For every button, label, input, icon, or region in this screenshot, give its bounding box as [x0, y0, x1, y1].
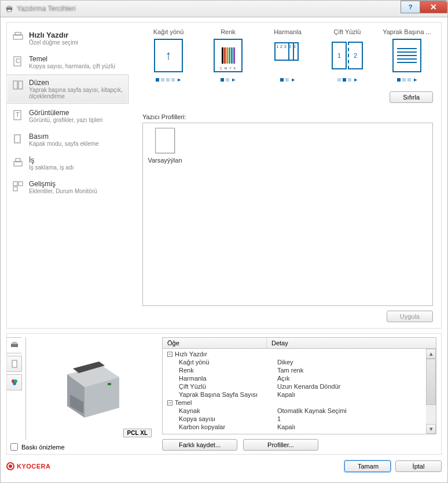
apply-button[interactable]: Uygula	[387, 311, 433, 322]
summary-row: Kağıt yönüDikey	[163, 358, 436, 366]
reset-button[interactable]: Sıfırla	[390, 91, 433, 103]
advanced-icon	[12, 180, 24, 193]
brand-logo: KYOCERA	[6, 462, 51, 470]
svg-rect-16	[19, 182, 23, 186]
svg-rect-8	[19, 81, 23, 89]
svg-rect-7	[13, 81, 17, 89]
printer-small-icon	[10, 341, 19, 349]
tab-job[interactable]: İşİş saklama, iş adı	[7, 152, 128, 175]
tab-layout[interactable]: DüzenYaprak başına sayfa sayısı, kitapçı…	[7, 75, 128, 104]
brand-icon	[6, 462, 14, 470]
printer-3d-icon	[50, 351, 131, 426]
tab-sublabel: Özel düğme seçimi	[29, 39, 78, 46]
nup-icon	[392, 39, 421, 72]
basic-icon: C	[12, 55, 24, 68]
footer: KYOCERA Tamam İptal	[6, 460, 442, 472]
quick-color[interactable]: Renk C M Y K ▸	[202, 28, 254, 83]
duplex-icon: 1 2	[330, 39, 365, 72]
summary-header: Öğe Detay	[162, 337, 436, 349]
svg-rect-12	[15, 135, 20, 142]
print-preview-label: Baskı önizleme	[21, 444, 65, 451]
main-panel: Hızlı YazdırÖzel düğme seçimi C TemelKop…	[6, 22, 442, 329]
profiles-button[interactable]: Profiller...	[243, 439, 318, 451]
tab-basic[interactable]: C TemelKopya sayısı, harmanla, çift yüzl…	[7, 51, 128, 73]
sidebar: Hızlı YazdırÖzel düğme seçimi C TemelKop…	[7, 23, 128, 328]
scrollbar[interactable]: ▴ ▾	[426, 349, 436, 434]
svg-rect-29	[108, 383, 111, 385]
svg-point-23	[13, 382, 16, 385]
printer-icon	[5, 5, 13, 13]
svg-rect-20	[12, 360, 17, 367]
imaging-icon: T	[12, 109, 24, 121]
summary-row: KaynakOtomatik Kaynak Seçimi	[163, 407, 436, 415]
lower-panel: PCL XL Baskı önizleme Öğe Detay −Hızlı Y…	[6, 333, 442, 455]
summary-col-item: Öğe	[163, 338, 267, 348]
summary-row: Kopya sayısı1	[163, 415, 436, 423]
job-icon	[12, 156, 24, 169]
summary-col-detail: Detay	[267, 338, 293, 348]
svg-rect-1	[8, 6, 12, 8]
quick-print-panel: Kağıt yönü ↑ ▸ Renk C M Y K ▸ Harmanla 1…	[128, 23, 441, 328]
svg-rect-19	[12, 342, 17, 344]
quick-nup[interactable]: Yaprak Başına ... ▸	[381, 28, 433, 83]
color-icon: C M Y K	[214, 39, 243, 72]
quick-orientation[interactable]: Kağıt yönü ↑ ▸	[142, 28, 194, 83]
summary-row: Karbon kopyalarKapalı	[163, 423, 436, 431]
quick-collate[interactable]: Harmanla 1 2 31 2 31 2 3 ▸	[262, 28, 314, 83]
summary-row: Çift YüzlüUzun Kenarda Döndür	[163, 382, 436, 390]
preview-tab-color[interactable]	[7, 374, 22, 390]
cancel-button[interactable]: İptal	[395, 460, 442, 472]
orientation-icon: ↑	[154, 39, 183, 72]
svg-text:C: C	[16, 57, 20, 64]
tab-imaging[interactable]: T GörüntülemeGörüntü, grafikler, yazı ti…	[7, 105, 128, 127]
profile-name: Varsayýýlan	[148, 157, 182, 164]
summary-row: Yaprak Başına Sayfa SayısıKapalı	[163, 390, 436, 399]
color-small-icon	[10, 378, 19, 386]
page-icon	[155, 128, 175, 153]
svg-rect-2	[8, 10, 12, 12]
preview-tab-printer[interactable]	[7, 337, 22, 353]
tab-quick-print[interactable]: Hızlı YazdırÖzel düğme seçimi	[7, 27, 128, 50]
save-as-button[interactable]: Farklı kaydet...	[162, 439, 237, 451]
summary-group[interactable]: −Temel	[163, 399, 436, 407]
driver-badge: PCL XL	[123, 429, 152, 437]
quick-duplex[interactable]: Çift Yüzlü 1 2 ▸	[321, 28, 373, 83]
scroll-down-button[interactable]: ▾	[426, 424, 436, 434]
print-preview-checkbox[interactable]	[10, 443, 18, 451]
summary-row: HarmanlaAçık	[163, 374, 436, 382]
titlebar: Yazdırma Tercihleri ? ✕	[0, 0, 448, 17]
close-button[interactable]: ✕	[420, 1, 447, 13]
collate-icon: 1 2 31 2 31 2 3	[273, 39, 302, 72]
profiles-list[interactable]: Varsayýýlan	[142, 123, 433, 306]
tab-advanced[interactable]: GelişmişEklentiler, Durum Monitörü	[7, 176, 128, 198]
printer-preview: PCL XL	[25, 337, 154, 440]
brand-text: KYOCERA	[17, 463, 51, 470]
tab-publishing[interactable]: BasımKapak modu, sayfa ekleme	[7, 128, 128, 151]
preview-tab-page[interactable]	[7, 356, 22, 372]
ok-button[interactable]: Tamam	[344, 460, 391, 472]
collapse-icon[interactable]: −	[167, 400, 172, 405]
scroll-up-button[interactable]: ▴	[426, 349, 436, 359]
summary-body[interactable]: −Hızlı Yazdır Kağıt yönüDikey RenkTam re…	[162, 349, 436, 434]
window-title: Yazdırma Tercihleri	[17, 5, 76, 13]
svg-rect-17	[13, 187, 17, 191]
svg-rect-15	[13, 182, 17, 186]
scroll-thumb[interactable]	[426, 359, 436, 405]
pager-dots[interactable]: ▸	[156, 76, 181, 83]
profile-default[interactable]: Varsayýýlan	[148, 128, 182, 164]
tab-label: Hızlı Yazdır	[29, 31, 78, 39]
profiles-label: Yazıcı Profilleri:	[142, 113, 433, 120]
publishing-icon	[12, 132, 24, 145]
collapse-icon[interactable]: −	[167, 352, 172, 357]
quickprint-icon	[12, 31, 24, 43]
summary-row: RenkTam renk	[163, 366, 436, 374]
help-button[interactable]: ?	[401, 1, 420, 13]
layout-icon	[12, 79, 24, 91]
svg-text:T: T	[16, 111, 20, 118]
page-small-icon	[10, 360, 19, 368]
summary-group[interactable]: −Hızlı Yazdır	[163, 350, 436, 358]
